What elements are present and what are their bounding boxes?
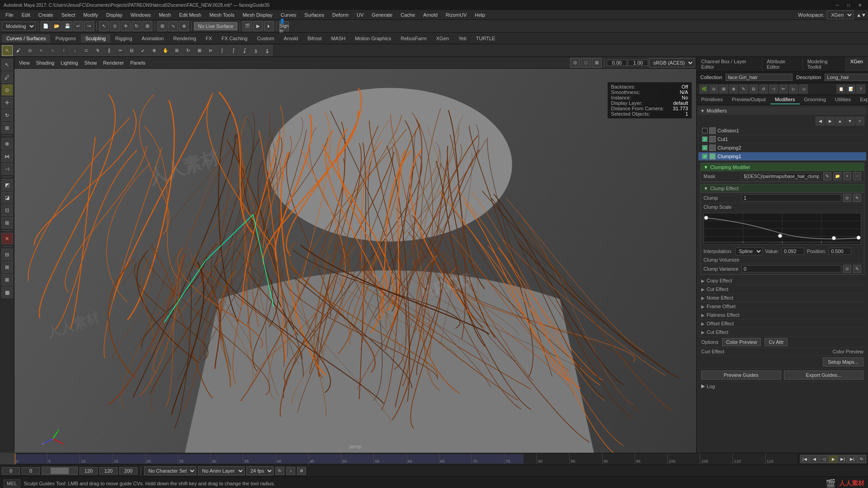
cycle-btn[interactable]: ↻ [275,467,284,475]
trim-icon[interactable]: ⊟ [126,45,137,56]
tab-fx[interactable]: FX [201,34,217,42]
tab-animation[interactable]: Animation [137,34,168,42]
preview-guides-btn[interactable]: Preview Guides [701,371,781,380]
sub-tab-primitives[interactable]: Primitives [697,95,727,104]
vp-panels[interactable]: Panels [127,59,148,66]
color-preview-btn[interactable]: Color Preview [722,338,761,346]
cut-effect[interactable]: ▶ Cut Effect [698,285,866,294]
menu-curves[interactable]: Curves [277,11,300,19]
menu-edit[interactable]: Edit [18,11,34,19]
grid2-left[interactable]: ⊞ [1,261,13,273]
workspace-dropdown[interactable]: XGen [827,10,854,19]
snap-left[interactable]: ⊕ [1,138,13,150]
color-space-select[interactable]: sRGB (ACES) [649,58,694,67]
window-controls[interactable]: ─ □ ✕ [833,3,864,8]
tab-custom[interactable]: Custom [253,34,279,42]
modifier-clumping1[interactable]: ✓ Clumping1 [698,152,866,161]
menu-modify[interactable]: Modify [80,11,101,19]
paint-left[interactable]: 🖊 [1,71,13,83]
hair1-icon[interactable]: ∫ [217,45,227,56]
timeline-track[interactable]: 0 5 10 15 20 25 30 35 40 45 50 55 60 65 … [14,453,798,465]
vp-icon3[interactable]: ⊞ [592,58,602,68]
fps-dropdown[interactable]: 24 fps [246,466,274,475]
collection-input[interactable] [726,74,793,81]
cv-anim-btn[interactable]: ⊙ [843,265,851,273]
xgen-log-icon[interactable]: 📝 [846,84,855,94]
grab-icon[interactable]: ✋ [160,45,171,56]
clump-input[interactable] [741,194,841,202]
modifier-cut1[interactable]: ✓ Cut1 [698,135,866,144]
attribute-editor-tab[interactable]: Attribute Editor [762,57,803,71]
clump-variance-input[interactable] [741,265,841,272]
paint-icon[interactable]: 🖌 [13,45,24,56]
xgen-icon2[interactable]: ⊙ [709,84,718,94]
xgen-icon6[interactable]: ⊟ [749,84,758,94]
mod-nav-down[interactable]: ▼ [845,117,854,126]
menu-file[interactable]: File [2,11,17,19]
xgen-icon9[interactable]: ⊢ [779,84,788,94]
lasso-tool[interactable]: ⊙ [110,21,120,31]
mask-folder-btn[interactable]: 📁 [833,172,841,180]
offset-effect[interactable]: ▶ Offset Effect [698,319,866,328]
tab-xgen[interactable]: XGen [432,34,453,42]
clump-effect-header[interactable]: ▼ Clump Effect [701,184,864,193]
char-set-dropdown[interactable]: No Character Set [144,466,196,475]
scale-left[interactable]: ⊞ [1,122,13,134]
xgen-icon1[interactable]: 🌿 [699,84,708,94]
audio-btn[interactable]: ♪ [286,467,295,475]
play-anim[interactable]: ⏵ [264,21,274,31]
frame-offset[interactable]: ▶ Frame Offset [698,302,866,311]
tab-rebusfarm[interactable]: RebusFarm [396,34,431,42]
hair4-icon[interactable]: ʒ [250,45,261,56]
guide-icon[interactable]: ⊕ [149,45,160,56]
menu-windows[interactable]: Windows [127,11,155,19]
menu-mesh-tools[interactable]: Mesh Tools [206,11,238,19]
mod-nav-next[interactable]: ▶ [826,117,835,126]
collision1-check[interactable] [702,128,708,133]
menu-cache[interactable]: Cache [397,11,419,19]
mask-options-btn[interactable]: ⋯ [853,172,861,180]
log-section[interactable]: ▶ Log [698,381,866,390]
vp-icon2[interactable]: □ [581,58,591,68]
xgen-icon4[interactable]: ⊕ [729,84,738,94]
cut-effect2[interactable]: ▶ Cut Effect [698,328,866,337]
push-icon[interactable]: ↓ [70,45,80,56]
noise-effect[interactable]: ▶ Noise Effect [698,294,866,302]
mod-nav-prev[interactable]: ◀ [816,117,825,126]
log-header[interactable]: ▶ Log [701,383,863,389]
snap-curve[interactable]: ∿ [168,21,178,31]
vp-value2[interactable] [628,60,648,66]
start-frame-input[interactable] [2,467,20,474]
play-fwd-btn[interactable]: ▶ [829,455,838,463]
mask-input[interactable] [741,173,821,180]
hair2-icon[interactable]: ʃ [228,45,239,56]
xgen-icon8[interactable]: ⊣ [769,84,778,94]
sub-tab-modifiers[interactable]: Modifiers [770,95,800,104]
pull-icon[interactable]: ↑ [58,45,69,56]
clump-expr-btn[interactable]: ✎ [853,194,861,202]
rotate2-icon[interactable]: ↻ [183,45,193,56]
cam1-left[interactable]: ◩ [1,179,13,191]
cv-expr-btn[interactable]: ✎ [853,265,861,273]
tab-curves-surfaces[interactable]: Curves / Surfaces [2,34,50,42]
bend-icon[interactable]: ↙ [137,45,148,56]
menu-mesh-display[interactable]: Mesh Display [239,11,276,19]
timeline[interactable]: 0 5 10 15 20 25 30 35 40 45 50 55 60 65 … [14,453,868,465]
select-icon[interactable]: ↖ [2,45,13,56]
save-button[interactable]: 💾 [62,21,72,31]
menu-uv[interactable]: UV [353,11,367,19]
tab-fx-caching[interactable]: FX Caching [217,34,252,42]
clumping2-check[interactable]: ✓ [702,145,708,150]
menu-generate[interactable]: Generate [368,11,396,19]
flatness-effect[interactable]: ▶ Flatness Effect [698,311,866,319]
grid4-left[interactable]: ▦ [1,286,13,298]
no-live-surface[interactable]: No Live Surface [194,22,237,30]
setup-maps-btn[interactable]: Setup Maps... [823,357,863,366]
cam4-left[interactable]: ⊞ [1,217,13,229]
menu-display[interactable]: Display [103,11,126,19]
xgen-tab[interactable]: XGen [846,57,868,71]
vp-show[interactable]: Show [82,59,100,66]
tab-arnold[interactable]: Arnold [279,34,302,42]
vp-value1[interactable] [607,60,627,66]
scale-tool[interactable]: ⊞ [142,21,152,31]
